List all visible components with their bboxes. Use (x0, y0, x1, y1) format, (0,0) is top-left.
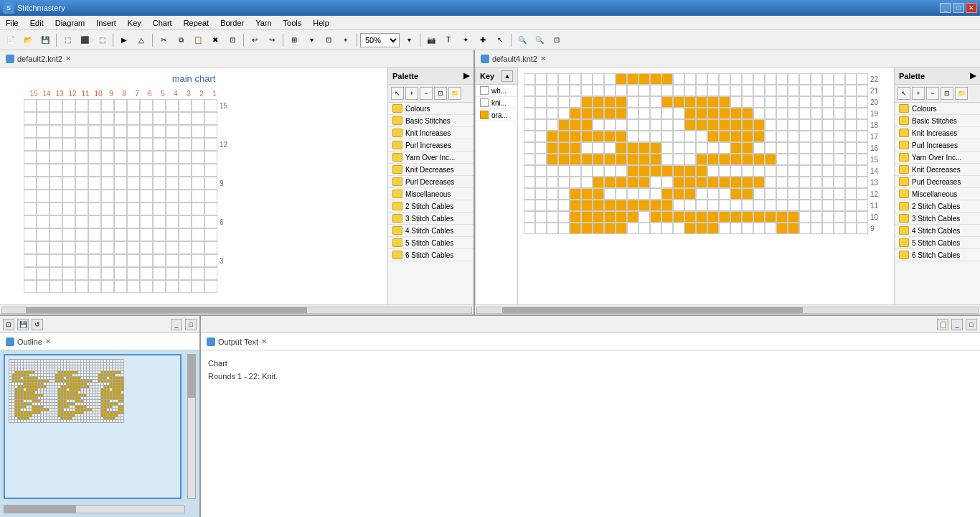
right-cell-11-2[interactable] (547, 200, 558, 211)
right-cell-14-23[interactable] (788, 165, 799, 177)
right-cell-22-6[interactable] (593, 73, 604, 85)
left-cell-14-1[interactable] (37, 112, 50, 125)
right-cell-18-17[interactable] (719, 119, 730, 131)
right-cell-11-29[interactable] (857, 200, 868, 211)
right-cell-22-24[interactable] (799, 73, 811, 85)
right-cell-10-8[interactable] (616, 211, 627, 223)
right-cell-17-12[interactable] (661, 131, 673, 142)
select-btn[interactable]: ⊞ (286, 32, 302, 48)
left-cell-7-11[interactable] (166, 202, 179, 215)
menu-chart[interactable]: Chart (147, 17, 178, 29)
tb-btn1[interactable]: ⬚ (60, 32, 75, 48)
right-cell-13-9[interactable] (627, 177, 639, 188)
left-cell-15-12[interactable] (179, 99, 192, 112)
right-cell-20-8[interactable] (616, 96, 627, 108)
left-hscroll-thumb[interactable] (26, 307, 307, 313)
right-cell-16-11[interactable] (650, 142, 661, 154)
palette-tool-select[interactable]: ⊡ (434, 87, 447, 100)
right-cell-17-4[interactable] (570, 131, 581, 142)
left-cell-15-11[interactable] (166, 99, 179, 112)
right-cell-21-14[interactable] (684, 85, 696, 96)
tb-btn4[interactable]: △ (133, 32, 149, 48)
palette-item-4stitch[interactable]: 4 Stitch Cables (388, 225, 473, 237)
right-cell-16-19[interactable] (742, 142, 753, 154)
right-cell-13-10[interactable] (639, 177, 650, 188)
right-cell-22-26[interactable] (822, 73, 834, 85)
output-max-btn[interactable]: □ (966, 319, 977, 330)
left-cell-12-0[interactable] (24, 138, 37, 151)
left-cell-14-0[interactable] (24, 112, 37, 125)
left-cell-5-2[interactable] (50, 228, 62, 241)
right-cell-10-11[interactable] (650, 211, 661, 223)
right-cell-11-13[interactable] (673, 200, 684, 211)
right-cell-9-15[interactable] (696, 223, 707, 234)
right-cell-21-16[interactable] (707, 85, 719, 96)
menu-border[interactable]: Border (215, 17, 250, 29)
right-cell-9-6[interactable] (593, 223, 604, 234)
left-cell-3-7[interactable] (114, 254, 127, 267)
key-expand-btn[interactable]: ▲ (501, 70, 513, 82)
right-cell-9-2[interactable] (547, 223, 558, 234)
left-cell-12-8[interactable] (127, 138, 140, 151)
left-cell-1-7[interactable] (114, 280, 127, 293)
left-cell-6-1[interactable] (37, 215, 50, 228)
right-chart-tab[interactable]: default4.knt2 ✕ (475, 50, 980, 67)
right-cell-19-0[interactable] (524, 108, 535, 119)
left-cell-8-14[interactable] (204, 190, 217, 202)
right-cell-14-14[interactable] (684, 165, 696, 177)
left-cell-7-8[interactable] (127, 202, 140, 215)
palette-item-knit-dec[interactable]: Knit Decreases (388, 164, 473, 176)
palette-tool-folder[interactable]: 📁 (448, 87, 461, 100)
right-cell-11-1[interactable] (535, 200, 547, 211)
right-cell-11-9[interactable] (627, 200, 639, 211)
left-cell-15-0[interactable] (24, 99, 37, 112)
left-cell-3-11[interactable] (166, 254, 179, 267)
left-cell-12-7[interactable] (114, 138, 127, 151)
right-cell-11-26[interactable] (822, 200, 834, 211)
left-cell-8-0[interactable] (24, 190, 37, 202)
left-cell-15-10[interactable] (153, 99, 166, 112)
left-cell-12-4[interactable] (75, 138, 88, 151)
right-cell-11-23[interactable] (788, 200, 799, 211)
outline-vscroll-thumb[interactable] (188, 355, 195, 398)
left-cell-6-10[interactable] (153, 215, 166, 228)
right-cell-20-11[interactable] (650, 96, 661, 108)
outline-max-btn[interactable]: □ (185, 319, 197, 330)
right-cell-19-5[interactable] (581, 108, 593, 119)
left-cell-1-9[interactable] (140, 280, 153, 293)
tb-btn8[interactable]: ⌖ (338, 32, 354, 48)
right-cell-18-2[interactable] (547, 119, 558, 131)
left-cell-12-5[interactable] (88, 138, 101, 151)
left-cell-8-5[interactable] (88, 190, 101, 202)
left-cell-2-6[interactable] (101, 267, 114, 280)
undo-btn[interactable]: ↩ (247, 32, 263, 48)
right-cell-14-16[interactable] (707, 165, 719, 177)
rpalette-tool-folder[interactable]: 📁 (955, 87, 968, 100)
right-cell-21-15[interactable] (696, 85, 707, 96)
right-cell-17-28[interactable] (845, 131, 857, 142)
right-cell-18-23[interactable] (788, 119, 799, 131)
left-cell-7-2[interactable] (50, 202, 62, 215)
right-cell-19-1[interactable] (535, 108, 547, 119)
right-cell-15-24[interactable] (799, 154, 811, 165)
outline-tab-close[interactable]: ✕ (45, 337, 51, 345)
right-cell-17-7[interactable] (604, 131, 616, 142)
right-cell-20-0[interactable] (524, 96, 535, 108)
left-cell-10-1[interactable] (37, 164, 50, 177)
left-cell-5-8[interactable] (127, 228, 140, 241)
right-cell-9-22[interactable] (776, 223, 788, 234)
left-cell-15-8[interactable] (127, 99, 140, 112)
left-cell-15-5[interactable] (88, 99, 101, 112)
left-cell-12-6[interactable] (101, 138, 114, 151)
left-cell-13-14[interactable] (204, 125, 217, 138)
right-cell-9-19[interactable] (742, 223, 753, 234)
left-cell-1-0[interactable] (24, 280, 37, 293)
left-cell-2-4[interactable] (75, 267, 88, 280)
zoom-dropdown-btn[interactable]: ▾ (401, 32, 417, 48)
right-cell-17-6[interactable] (593, 131, 604, 142)
right-cell-12-23[interactable] (788, 188, 799, 200)
menu-tools[interactable]: Tools (278, 17, 308, 29)
right-cell-12-28[interactable] (845, 188, 857, 200)
menu-yarn[interactable]: Yarn (250, 17, 277, 29)
right-cell-9-20[interactable] (753, 223, 765, 234)
